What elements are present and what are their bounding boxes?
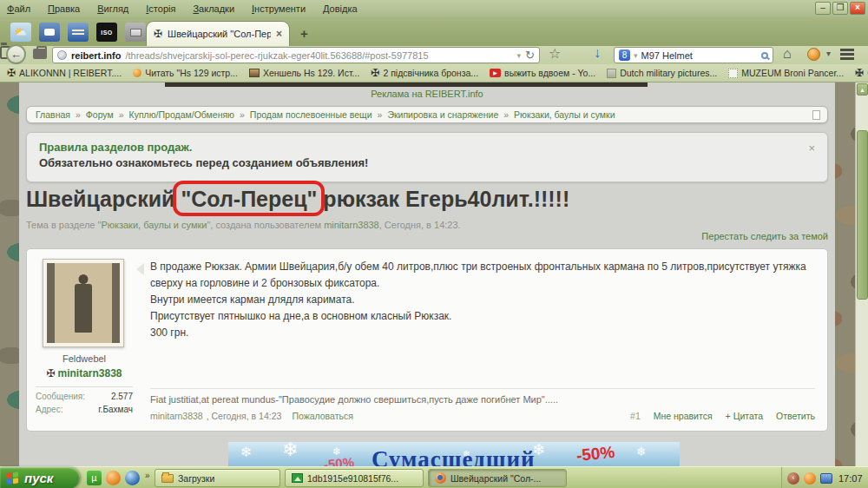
back-button[interactable]: ← [6,44,26,64]
tray-app-icon[interactable] [804,472,816,485]
utorrent-icon[interactable]: µ [87,471,102,485]
downloads-icon[interactable]: ↓ [594,45,601,61]
vertical-scrollbar[interactable]: ▲ [855,82,868,466]
new-tab-button[interactable]: + [300,26,308,41]
desktop: Файл Правка Вигляд Історія Закладки Інст… [0,0,868,488]
breadcrumb-forum[interactable]: Форум [70,109,114,120]
search-engine-dropdown-icon[interactable]: ▾ [634,51,638,60]
reload-icon[interactable]: ↻ [525,49,535,62]
winter-sale-banner[interactable]: ❄ ❄ ❄ ❄ ❄ ❄ -50% Сумасшедший -50% [228,442,680,466]
menu-bookmarks[interactable]: Закладки [193,3,234,14]
youtube-icon: ▶ [490,69,501,77]
bookmarks-overflow-icon[interactable]: » [857,67,862,77]
active-tab[interactable]: ✠ Швейцарский "Сол-Перец" р... × [146,21,290,46]
chat-pinned-tab-icon[interactable] [39,23,60,42]
menu-file[interactable]: Файл [7,3,30,14]
breadcrumb: Главная Форум Куплю/Продам/Обменяю Прода… [26,106,828,123]
notice-close-icon[interactable]: × [808,142,815,155]
image-file-icon [292,473,303,483]
taskbar-button-firefox-active[interactable]: Швейцарский "Сол-... [428,469,567,487]
footer-author-link[interactable]: minitarn3838 [150,411,203,421]
post-line: 300 грн. [150,325,815,341]
url-bar[interactable]: reibert.info /threads/shvejcarskij-sol-p… [52,47,540,63]
scroll-up-button[interactable]: ▲ [857,83,868,96]
home-icon[interactable]: ⌂ [783,46,792,62]
url-domain: reibert.info [71,50,121,61]
network-icon[interactable] [820,473,832,484]
search-box[interactable]: 8 ▾ [614,47,773,63]
menu-help[interactable]: Довідка [323,3,358,14]
url-dropdown-icon[interactable]: ▾ [517,51,522,60]
navigation-toolbar: ← reibert.info /threads/shvejcarskij-sol… [0,46,868,64]
post-date-link[interactable]: , Сегодня, в 14:23 [207,411,282,421]
chat-bubble-icon [44,29,55,36]
taskbar-button-downloads[interactable]: Загрузки [155,469,280,487]
annotation-highlight: "Сол-Перец" [181,187,317,211]
bookmark-item[interactable]: Dutch military pictures... [607,68,717,78]
user-panel: Feldwebel ✠minitarn3838 Сообщения: 2.577… [27,249,141,431]
weather-pinned-tab-icon[interactable]: ⛅ [10,23,31,42]
menu-view[interactable]: Вигляд [97,3,128,14]
menu-edit[interactable]: Правка [48,3,80,14]
tab-close-icon[interactable]: × [276,28,282,40]
bookmark-item[interactable]: ▶выжить вдвоем - Yo... [490,68,595,78]
history-icon[interactable] [33,49,47,59]
breadcrumb-backpacks[interactable]: Рюкзаки, баулы и сумки [498,109,615,120]
bookmarks-bar: ✠ALIKONNN | REIBERT.... Читать "Hs 129 и… [0,64,868,82]
bookmark-item[interactable]: MUZEUM Broni Pancer... [728,68,844,78]
bookmark-item[interactable]: ✠2 підсвічника бронза... [371,67,478,79]
notice-title-link[interactable]: Правила разделов продаж. [39,141,815,154]
tray-collapse-icon[interactable]: ‹ [787,472,799,485]
restore-button[interactable]: ❐ [832,2,848,15]
breadcrumb-home[interactable]: Главная [36,109,70,120]
start-button[interactable]: пуск [0,467,80,488]
advertising-link[interactable]: Реклама на REIBERT.info [19,89,835,99]
search-engine-icon[interactable]: 8 [619,49,630,61]
forum-post: Feldwebel ✠minitarn3838 Сообщения: 2.577… [26,248,828,432]
window-controls: – ❐ × [815,2,865,15]
post-line: Присутствует пятнышко на дне,а в основно… [150,308,815,325]
user-stats: Сообщения: 2.577 Адрес: г.Бахмач [36,386,133,418]
toolbar-dropdown-icon[interactable]: ▾ [826,49,831,58]
report-link[interactable]: Пожаловаться [292,411,353,421]
scrollbar-thumb[interactable] [857,130,868,300]
google-earth-icon[interactable] [125,471,140,485]
bookmark-item[interactable]: ✠ALIKONNN | REIBERT.... [7,67,122,79]
bookmark-item[interactable]: Хеншель Hs 129. Ист... [249,68,359,78]
search-input[interactable] [641,50,758,61]
post-number-link[interactable]: #1 [630,411,641,421]
username-link[interactable]: ✠minitarn3838 [27,367,141,379]
page-icon[interactable] [812,110,820,120]
quicklaunch-overflow-icon[interactable]: » [145,471,150,480]
image-pinned-tab-icon[interactable] [125,23,146,42]
bookmark-star-icon[interactable]: ☆ [549,45,561,62]
page-viewport: Реклама на REIBERT.info Главная Форум Ку… [0,82,868,466]
minimize-button[interactable]: – [815,2,831,15]
panel-pinned-tab-icon[interactable] [68,23,89,42]
section-link[interactable]: Рюкзаки, баулы и сумки [101,220,207,230]
bookmark-item[interactable]: Читать "Hs 129 истр... [133,68,238,78]
breadcrumb-trade[interactable]: Куплю/Продам/Обменяю [114,109,234,120]
reply-link[interactable]: Ответить [776,411,815,421]
iso-pinned-tab-icon[interactable]: ISO [96,23,117,42]
like-link[interactable]: Мне нравится [654,411,713,421]
menu-history[interactable]: Історія [146,3,175,14]
thread-title: Швейцарский "Сол-Перец" рюкзак Егерь40ли… [26,187,569,212]
breadcrumb-equipment[interactable]: Экипировка и снаряжение [372,109,499,120]
breadcrumb-postwar[interactable]: Продам послевоенные вещи [234,109,372,120]
menu-tools[interactable]: Інструменти [252,3,306,14]
site-icon [728,69,738,78]
site-favicon-cross-icon: ✠ [154,28,162,40]
taskbar-button-image-file[interactable]: 1db1915e910815f76... [285,469,424,487]
avatar[interactable] [43,259,124,347]
extension-icon[interactable] [807,48,820,61]
browser-ball-icon[interactable] [106,471,121,485]
unfollow-thread-link[interactable]: Перестать следить за темой [701,231,828,241]
search-icon[interactable] [761,52,768,59]
author-link[interactable]: minitarn3838 [324,220,379,230]
close-button[interactable]: × [850,2,865,15]
sales-rules-notice: Правила разделов продаж. Обязательно озн… [26,132,828,182]
quote-link[interactable]: + Цитата [726,411,764,421]
taskbar: пуск µ » Загрузки 1db1915e910815f76... Ш… [0,466,868,488]
menu-hamburger-icon[interactable] [840,49,854,51]
